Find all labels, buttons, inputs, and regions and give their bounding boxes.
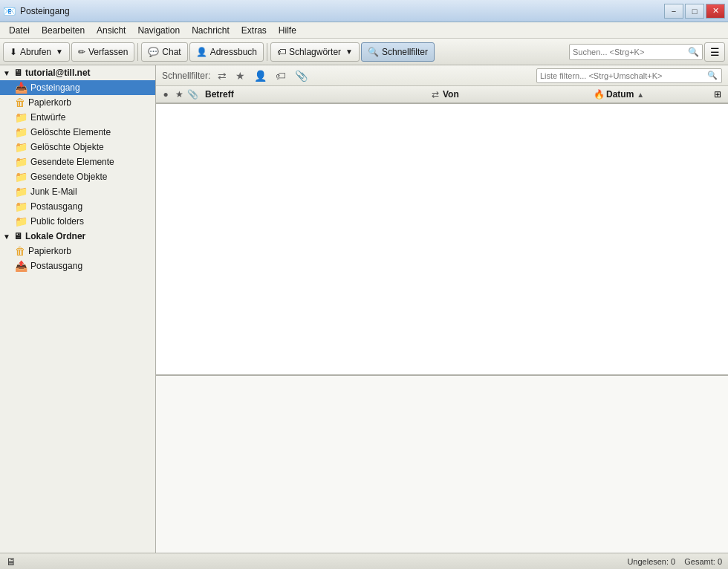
reading-pane: [156, 374, 728, 553]
col-priority: 🔥: [591, 89, 606, 100]
statusbar: 🖥 Ungelesen: 0 Gesamt: 0: [0, 553, 728, 569]
folder-papierkorb[interactable]: 🗑 Papierkorb: [0, 95, 155, 110]
unread-label: Ungelesen: 0: [627, 557, 675, 566]
verfassen-button[interactable]: ✏ Verfassen: [71, 42, 134, 62]
schnellfilter-button[interactable]: 🔍 Schnellfilter: [361, 42, 435, 62]
search-box[interactable]: 🔍: [569, 44, 703, 60]
quickfilter-thread-icon[interactable]: ⇄: [216, 70, 228, 82]
col-attach: 📎: [186, 89, 199, 100]
account-header[interactable]: ▼ 🖥 tutorial@till.net: [0, 65, 155, 80]
local-folder-papierkorb[interactable]: 🗑 Papierkorb: [0, 244, 155, 259]
folder-label-papierkorb: Papierkorb: [28, 97, 71, 108]
menu-ansicht[interactable]: Ansicht: [91, 24, 131, 37]
col-star[interactable]: ★: [172, 89, 186, 100]
local-folder-postausgang[interactable]: 📤 Postausgang: [0, 259, 155, 273]
titlebar: 📧 Posteingang − □ ✕: [0, 0, 728, 22]
list-filter-input[interactable]: [540, 71, 707, 80]
menu-bearbeiten[interactable]: Bearbeiten: [36, 24, 91, 37]
adressbuch-button[interactable]: 👤 Adressbuch: [189, 42, 264, 62]
folder-junk-email[interactable]: 📁 Junk E-Mail: [0, 184, 155, 199]
folder-icon-geloeschte-objekte: 📁: [15, 141, 27, 153]
compose-icon: ✏: [78, 47, 85, 57]
folder-label-posteingang: Posteingang: [30, 82, 80, 93]
toolbar-separator-2: [267, 43, 267, 61]
folder-geloeschte-objekte[interactable]: 📁 Gelöschte Objekte: [0, 140, 155, 155]
folder-label-gesendete-elemente: Gesendete Elemente: [30, 157, 114, 167]
local-icon: 🖥: [13, 231, 22, 241]
filter-icon: 🔍: [368, 47, 379, 57]
menu-button[interactable]: ☰: [704, 42, 725, 62]
chat-button[interactable]: 💬 Chat: [141, 42, 187, 62]
quickfilter-label: Schnellfilter:: [162, 71, 210, 81]
col-date-header[interactable]: Datum ▲: [606, 89, 710, 100]
folder-geloeschte-elemente[interactable]: 📁 Gelöschte Elemente: [0, 125, 155, 140]
local-folders-header[interactable]: ▼ 🖥 Lokale Ordner: [0, 229, 155, 244]
total-label: Gesamt: 0: [684, 557, 722, 566]
menu-nachricht[interactable]: Nachricht: [186, 24, 235, 37]
quickfilter-contact-icon[interactable]: 👤: [253, 70, 268, 82]
maximize-button[interactable]: □: [685, 4, 704, 19]
folder-gesendete-objekte[interactable]: 📁 Gesendete Objekte: [0, 169, 155, 184]
abrufen-button[interactable]: ⬇ Abrufen ▼: [3, 42, 70, 62]
sidebar: ▼ 🖥 tutorial@till.net 📥 Posteingang 🗑 Pa…: [0, 65, 156, 553]
folder-label-entwuerfe: Entwürfe: [30, 112, 65, 123]
content-pane: Schnellfilter: ⇄ ★ 👤 🏷 📎 🔍 ● ★ 📎 Betreff…: [156, 65, 728, 553]
folder-icon-postausgang: 📁: [15, 201, 27, 212]
menu-navigation[interactable]: Navigation: [131, 24, 186, 37]
quickfilter-star-icon[interactable]: ★: [234, 70, 247, 82]
main-area: ▼ 🖥 tutorial@till.net 📥 Posteingang 🗑 Pa…: [0, 65, 728, 553]
local-folder-icon-postausgang: 📤: [15, 260, 27, 272]
folder-label-junk-email: Junk E-Mail: [30, 186, 77, 197]
window-title: Posteingang: [20, 6, 70, 16]
account-icon: 🖥: [13, 68, 22, 78]
quickfilter-attach-icon[interactable]: 📎: [293, 70, 309, 82]
schlagwoerter-button[interactable]: 🏷 Schlagwörter ▼: [270, 42, 360, 62]
tag-icon: 🏷: [277, 47, 286, 57]
folder-icon-gesendete-objekte: 📁: [15, 171, 27, 183]
folder-public-folders[interactable]: 📁 Public folders: [0, 214, 155, 229]
folder-postausgang[interactable]: 📁 Postausgang: [0, 199, 155, 214]
folder-icon-junk-email: 📁: [15, 186, 27, 198]
list-filter-search-icon: 🔍: [707, 71, 718, 80]
abrufen-dropdown-icon[interactable]: ▼: [56, 48, 63, 56]
folder-icon-public-folders: 📁: [15, 215, 27, 227]
folder-posteingang[interactable]: 📥 Posteingang: [0, 80, 155, 95]
folder-icon-gesendete-elemente: 📁: [15, 156, 27, 168]
col-subject-header[interactable]: Betreff: [199, 89, 428, 100]
download-icon: ⬇: [10, 47, 17, 57]
statusbar-right: Ungelesen: 0 Gesamt: 0: [627, 557, 722, 566]
chat-icon: 💬: [148, 47, 159, 57]
window-controls: − □ ✕: [664, 4, 725, 19]
sort-icon: ▲: [637, 91, 644, 99]
toolbar-separator-1: [137, 43, 138, 61]
search-input[interactable]: [573, 48, 688, 56]
contacts-icon: 👤: [196, 47, 207, 57]
col-thread: ⇄: [428, 89, 443, 100]
col-options[interactable]: ⊞: [710, 89, 725, 100]
folder-label-geloeschte-elemente: Gelöschte Elemente: [30, 127, 111, 137]
menu-hilfe[interactable]: Hilfe: [273, 24, 302, 37]
list-filter-box[interactable]: 🔍: [536, 68, 722, 83]
quickfilter-tag-icon[interactable]: 🏷: [274, 70, 287, 82]
local-folder-icon-papierkorb: 🗑: [15, 245, 25, 257]
menu-datei[interactable]: Datei: [3, 24, 36, 37]
folder-icon-papierkorb: 🗑: [15, 97, 25, 108]
search-icon: 🔍: [688, 47, 699, 57]
local-folder-label-postausgang: Postausgang: [30, 261, 82, 271]
folder-label-public-folders: Public folders: [30, 216, 84, 227]
col-from-header[interactable]: Von: [443, 89, 591, 100]
local-label: Lokale Ordner: [25, 231, 85, 241]
close-button[interactable]: ✕: [706, 4, 725, 19]
minimize-button[interactable]: −: [664, 4, 683, 19]
titlebar-left: 📧 Posteingang: [3, 5, 70, 17]
schlagwoerter-dropdown-icon[interactable]: ▼: [345, 48, 353, 56]
quickfilter-bar: Schnellfilter: ⇄ ★ 👤 🏷 📎 🔍: [156, 65, 728, 86]
menu-extras[interactable]: Extras: [235, 24, 273, 37]
folder-gesendete-elemente[interactable]: 📁 Gesendete Elemente: [0, 155, 155, 169]
column-headers: ● ★ 📎 Betreff ⇄ Von 🔥 Datum ▲ ⊞: [156, 86, 728, 104]
col-indicator: ●: [159, 89, 172, 100]
account-expand-icon: ▼: [3, 69, 10, 77]
folder-entwuerfe[interactable]: 📁 Entwürfe: [0, 110, 155, 125]
account-label: tutorial@till.net: [25, 68, 91, 78]
folder-label-gesendete-objekte: Gesendete Objekte: [30, 172, 107, 182]
